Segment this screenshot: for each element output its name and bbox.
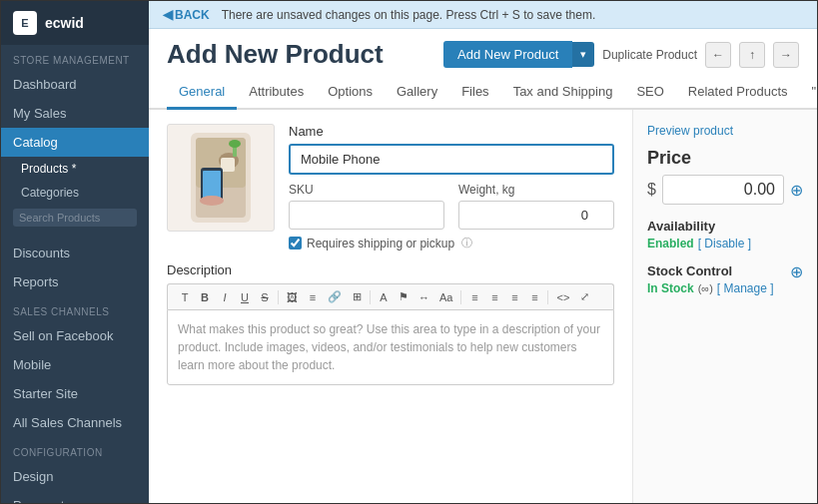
svg-rect-6 bbox=[203, 171, 221, 199]
sidebar-item-categories[interactable]: Categories bbox=[1, 181, 149, 205]
description-placeholder: What makes this product so great? Use th… bbox=[178, 322, 600, 372]
tab-attributes[interactable]: Attributes bbox=[237, 76, 316, 110]
price-title: Price bbox=[647, 148, 803, 169]
weight-input[interactable] bbox=[458, 201, 614, 230]
toolbar-text[interactable]: T bbox=[176, 289, 194, 305]
sidebar-item-facebook[interactable]: Sell on Facebook bbox=[1, 321, 149, 350]
add-btn-group: Add New Product ▾ bbox=[443, 41, 594, 68]
toolbar-case[interactable]: Aa bbox=[435, 289, 456, 305]
availability-status: Enabled [ Disable ] bbox=[647, 237, 803, 251]
availability-section: Availability Enabled [ Disable ] bbox=[647, 219, 803, 251]
sku-field: SKU bbox=[289, 183, 444, 230]
availability-title: Availability bbox=[647, 219, 803, 234]
search-input[interactable] bbox=[13, 209, 137, 227]
form-fields: Name SKU Weight, kg bbox=[289, 124, 614, 251]
tab-buy-now[interactable]: "Buy Now" button bbox=[800, 76, 817, 110]
price-arrow-icon[interactable]: ⊕ bbox=[790, 181, 803, 200]
toolbar-align-justify[interactable]: ≡ bbox=[525, 289, 543, 305]
tab-options[interactable]: Options bbox=[316, 76, 385, 110]
logo-icon: E bbox=[13, 11, 37, 35]
add-product-dropdown[interactable]: ▾ bbox=[572, 42, 594, 67]
main-content: ◀ BACK There are unsaved changes on this… bbox=[149, 1, 817, 503]
sidebar-item-my-sales[interactable]: My Sales bbox=[1, 99, 149, 128]
header-actions: Add New Product ▾ Duplicate Product ← ↑ … bbox=[443, 41, 799, 68]
sidebar-item-payment[interactable]: Payment bbox=[1, 491, 149, 503]
in-stock-status: In Stock bbox=[647, 281, 694, 295]
duplicate-button[interactable]: Duplicate Product bbox=[602, 48, 697, 62]
disable-link[interactable]: [ Disable ] bbox=[698, 237, 751, 251]
sidebar-item-starter-site[interactable]: Starter Site bbox=[1, 379, 149, 408]
store-management-label: Store Management bbox=[1, 45, 149, 70]
nav-up-button[interactable]: ↑ bbox=[739, 42, 765, 68]
logo: E ecwid bbox=[1, 1, 149, 45]
sku-input[interactable] bbox=[289, 201, 444, 230]
sidebar-item-reports[interactable]: Reports bbox=[1, 267, 149, 296]
preview-product-link[interactable]: Preview product bbox=[647, 124, 803, 138]
sidebar-item-products[interactable]: Products * bbox=[1, 157, 149, 181]
nav-forward-button[interactable]: → bbox=[773, 42, 799, 68]
toolbar-sep-2 bbox=[370, 290, 371, 304]
sidebar-item-all-sales[interactable]: All Sales Channels bbox=[1, 408, 149, 437]
tab-tax-shipping[interactable]: Tax and Shipping bbox=[501, 76, 625, 110]
toolbar-strike[interactable]: S bbox=[256, 289, 274, 305]
sales-channels-label: Sales Channels bbox=[1, 296, 149, 321]
product-image[interactable] bbox=[167, 124, 275, 232]
manage-link[interactable]: [ Manage ] bbox=[717, 281, 774, 295]
price-input[interactable] bbox=[662, 175, 784, 205]
toolbar-code[interactable]: <> bbox=[552, 289, 573, 305]
product-image-svg bbox=[191, 133, 251, 223]
form-area: Name SKU Weight, kg bbox=[149, 110, 632, 503]
tab-related-products[interactable]: Related Products bbox=[676, 76, 800, 110]
page-title: Add New Product bbox=[167, 39, 384, 70]
description-section: Description T B I U S 🖼 ≡ 🔗 ⊞ A bbox=[167, 262, 614, 385]
configuration-label: Configuration bbox=[1, 437, 149, 462]
toolbar-flag[interactable]: ⚑ bbox=[395, 288, 412, 305]
svg-point-7 bbox=[200, 196, 224, 206]
svg-rect-4 bbox=[221, 158, 235, 172]
toolbar-image[interactable]: 🖼 bbox=[283, 289, 302, 305]
price-input-row: $ ⊕ bbox=[647, 175, 803, 205]
enabled-status: Enabled bbox=[647, 237, 694, 251]
toolbar-align-center[interactable]: ≡ bbox=[485, 289, 503, 305]
toolbar-sep-1 bbox=[278, 290, 279, 304]
toolbar-expand[interactable]: ⤢ bbox=[575, 288, 593, 305]
logo-text: ecwid bbox=[45, 15, 84, 31]
toolbar-italic[interactable]: I bbox=[216, 289, 234, 305]
toolbar-link[interactable]: 🔗 bbox=[324, 288, 346, 305]
nav-back-button[interactable]: ← bbox=[705, 42, 731, 68]
back-button[interactable]: ◀ BACK bbox=[163, 7, 210, 22]
shipping-checkbox[interactable] bbox=[289, 237, 302, 250]
sku-label: SKU bbox=[289, 183, 444, 197]
back-label: BACK bbox=[175, 8, 210, 22]
description-label: Description bbox=[167, 262, 614, 277]
infinity-symbol: (∞) bbox=[698, 282, 713, 294]
tab-gallery[interactable]: Gallery bbox=[385, 76, 449, 110]
tabs: General Attributes Options Gallery Files… bbox=[149, 76, 817, 110]
toolbar-width[interactable]: ↔ bbox=[414, 289, 433, 305]
price-wrapper bbox=[662, 175, 784, 205]
editor-body[interactable]: What makes this product so great? Use th… bbox=[167, 309, 614, 385]
stock-arrow-icon[interactable]: ⊕ bbox=[790, 262, 803, 281]
name-input[interactable] bbox=[289, 144, 614, 175]
tab-files[interactable]: Files bbox=[449, 76, 500, 110]
toolbar-align-left[interactable]: ≡ bbox=[465, 289, 483, 305]
toolbar-underline[interactable]: U bbox=[236, 289, 254, 305]
toolbar-align-right[interactable]: ≡ bbox=[505, 289, 523, 305]
shipping-checkbox-row: Requires shipping or pickup ⓘ bbox=[289, 236, 614, 251]
toolbar-list[interactable]: ≡ bbox=[304, 289, 322, 305]
toolbar-color[interactable]: A bbox=[375, 289, 393, 305]
svg-point-9 bbox=[229, 140, 241, 148]
sidebar-item-dashboard[interactable]: Dashboard bbox=[1, 70, 149, 99]
sidebar-item-discounts[interactable]: Discounts bbox=[1, 239, 149, 267]
add-product-button[interactable]: Add New Product bbox=[443, 41, 572, 68]
sidebar-item-catalog[interactable]: Catalog bbox=[1, 128, 149, 157]
back-arrow-icon: ◀ bbox=[163, 7, 173, 22]
sidebar-search bbox=[1, 205, 149, 231]
tab-general[interactable]: General bbox=[167, 76, 237, 110]
toolbar-bold[interactable]: B bbox=[196, 289, 214, 305]
toolbar-table[interactable]: ⊞ bbox=[348, 288, 366, 305]
sidebar-item-design[interactable]: Design bbox=[1, 462, 149, 491]
sidebar-item-mobile[interactable]: Mobile bbox=[1, 350, 149, 379]
unsaved-message: There are unsaved changes on this page. … bbox=[222, 8, 596, 22]
tab-seo[interactable]: SEO bbox=[624, 76, 675, 110]
